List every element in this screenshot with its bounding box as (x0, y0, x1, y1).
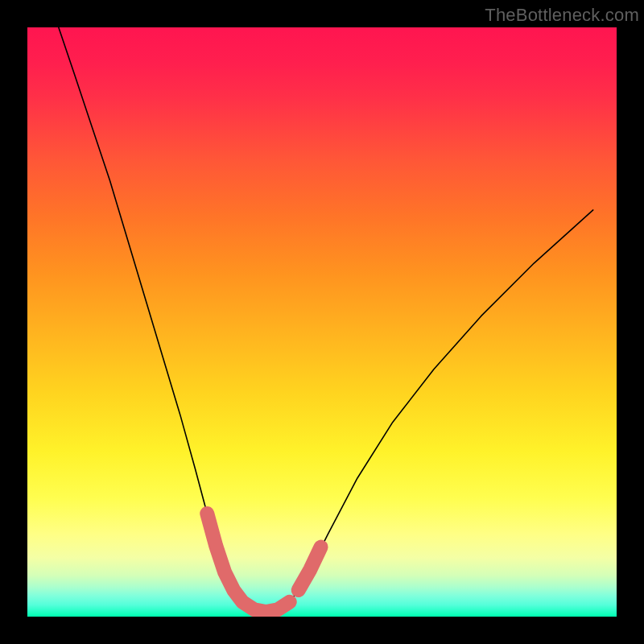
marker-band-left (207, 514, 289, 612)
bottleneck-curve (59, 27, 593, 612)
plot-area (27, 27, 617, 617)
curve-layer (27, 27, 617, 617)
marker-band-right (299, 547, 321, 590)
watermark-text: TheBottleneck.com (485, 5, 639, 26)
chart-frame: TheBottleneck.com (0, 0, 644, 644)
